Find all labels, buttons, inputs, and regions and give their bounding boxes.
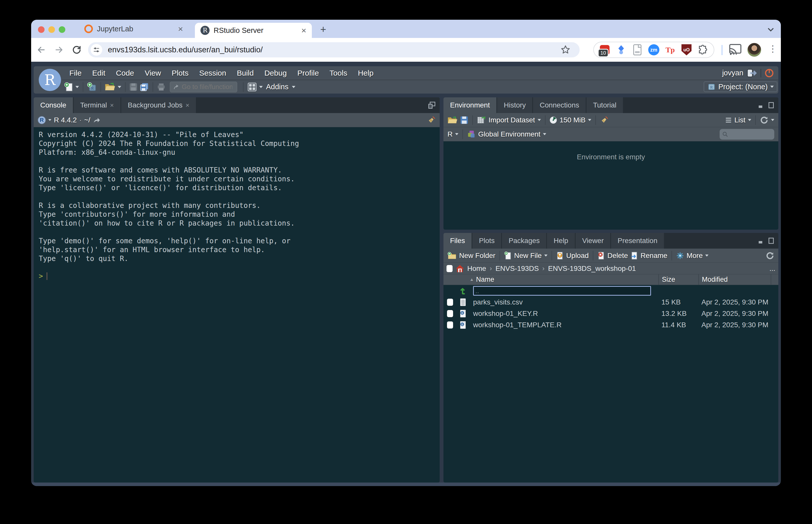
minimize-pane-icon[interactable]	[758, 102, 765, 109]
menu-view[interactable]: View	[140, 69, 166, 77]
tab-terminal[interactable]: Terminal ×	[74, 97, 121, 113]
list-view-icon[interactable]	[725, 117, 732, 123]
tab-plots[interactable]: Plots	[472, 233, 501, 249]
working-directory-label[interactable]: ~/	[84, 116, 90, 124]
refresh-caret[interactable]	[771, 119, 774, 121]
file-row-parks-visits[interactable]: parks_visits.csv 15 KB Apr 2, 2025, 9:30…	[444, 296, 778, 308]
column-name[interactable]: ▲ Name	[469, 274, 658, 285]
open-file-icon[interactable]	[105, 82, 115, 92]
close-icon[interactable]: ×	[110, 101, 114, 109]
more-button[interactable]: More	[676, 252, 709, 260]
tab-presentation[interactable]: Presentation	[611, 233, 664, 249]
menu-file[interactable]: File	[64, 69, 87, 77]
close-icon[interactable]: ×	[301, 26, 306, 35]
tab-console[interactable]: Console	[34, 97, 73, 113]
drive-extension-icon[interactable]	[615, 44, 627, 56]
menu-edit[interactable]: Edit	[87, 69, 111, 77]
address-bar[interactable]: envs193ds.lsit.ucsb.edu/user/an_bui/rstu…	[88, 42, 580, 58]
tab-search-chevron-icon[interactable]	[766, 25, 775, 34]
new-tab-button[interactable]: +	[318, 24, 329, 35]
back-button[interactable]	[36, 44, 47, 55]
sign-out-icon[interactable]	[747, 69, 757, 77]
profile-avatar[interactable]	[747, 43, 761, 56]
new-file-icon[interactable]	[64, 82, 73, 92]
extensions-puzzle-icon[interactable]	[697, 44, 709, 56]
project-selector[interactable]: R Project: (None)	[704, 81, 777, 92]
memory-usage-label[interactable]: 150 MiB	[560, 116, 586, 124]
restore-pane-icon[interactable]	[428, 101, 435, 109]
file-checkbox[interactable]	[447, 322, 453, 328]
minimize-window-button[interactable]	[48, 26, 55, 33]
goto-file-function-box[interactable]	[170, 82, 237, 92]
tab-connections[interactable]: Connections	[533, 97, 586, 113]
calendar-extension-icon[interactable]: 10	[599, 44, 610, 56]
new-folder-button[interactable]: New Folder	[447, 252, 495, 260]
breadcrumb-envs193ds[interactable]: ENVS-193DS	[495, 264, 539, 273]
close-icon[interactable]: ×	[178, 24, 183, 33]
environment-search-box[interactable]	[720, 129, 774, 140]
console-prompt-row[interactable]: >	[39, 272, 435, 280]
console-output[interactable]: R version 4.4.2 (2024-10-31) -- "Pile of…	[34, 127, 440, 283]
language-caret[interactable]	[455, 133, 458, 135]
open-file-dropdown-caret[interactable]	[118, 86, 121, 88]
addins-caret[interactable]	[292, 86, 296, 88]
new-file-button[interactable]: New File	[504, 251, 547, 260]
bookmark-star-icon[interactable]	[560, 45, 571, 55]
maximize-pane-icon[interactable]	[768, 238, 774, 244]
tab-packages[interactable]: Packages	[502, 233, 546, 249]
list-view-label[interactable]: List	[734, 116, 745, 124]
file-name[interactable]: workshop-01_TEMPLATE.R	[469, 321, 658, 329]
menu-tools[interactable]: Tools	[324, 69, 353, 77]
memory-caret[interactable]	[588, 119, 591, 121]
select-all-checkbox[interactable]	[446, 265, 452, 272]
load-workspace-icon[interactable]	[447, 116, 458, 125]
breadcrumb-home[interactable]: Home	[467, 264, 486, 273]
browser-tab-rstudio[interactable]: R RStudio Server ×	[195, 23, 312, 38]
tab-environment[interactable]: Environment	[444, 97, 496, 113]
save-all-icon[interactable]	[140, 82, 149, 92]
tab-background-jobs[interactable]: Background Jobs ×	[121, 97, 196, 113]
r-version-label[interactable]: R 4.4.2	[54, 116, 77, 124]
save-workspace-icon[interactable]	[460, 116, 468, 124]
file-checkbox[interactable]	[447, 310, 453, 317]
path-overflow-button[interactable]: ...	[769, 264, 775, 273]
import-dataset-caret[interactable]	[538, 119, 541, 121]
close-window-button[interactable]	[38, 26, 45, 33]
minimize-pane-icon[interactable]	[758, 238, 765, 244]
reload-button[interactable]	[71, 44, 82, 55]
tab-help[interactable]: Help	[547, 233, 575, 249]
tab-tutorial[interactable]: Tutorial	[587, 97, 623, 113]
tab-files[interactable]: Files	[444, 233, 472, 249]
file-name[interactable]: workshop-01_KEY.R	[469, 310, 658, 318]
breadcrumb-workshop[interactable]: ENVS-193DS_workshop-01	[548, 264, 636, 273]
ublock-extension-icon[interactable]: uO	[681, 44, 692, 56]
maximize-pane-icon[interactable]	[768, 102, 774, 109]
refresh-files-icon[interactable]	[766, 251, 774, 260]
rename-button[interactable]: Rename	[631, 251, 667, 260]
close-icon[interactable]: ×	[186, 101, 189, 109]
new-file-dropdown-caret[interactable]	[76, 86, 79, 88]
menu-code[interactable]: Code	[111, 69, 140, 77]
language-selector[interactable]: R	[447, 130, 452, 138]
pane-layout-caret[interactable]	[259, 86, 263, 88]
list-view-caret[interactable]	[748, 119, 751, 121]
file-row-workshop-key[interactable]: R workshop-01_KEY.R 13.2 KB Apr 2, 2025,…	[444, 308, 778, 319]
environment-search-input[interactable]	[730, 130, 770, 138]
file-row-parent-dir[interactable]: ..	[444, 285, 778, 296]
addins-button[interactable]: Addins	[266, 83, 289, 91]
open-in-new-icon[interactable]	[93, 117, 100, 124]
memory-usage-icon[interactable]	[550, 116, 557, 124]
menu-plots[interactable]: Plots	[166, 69, 194, 77]
zoom-window-button[interactable]	[59, 26, 65, 33]
zoom-extension-icon[interactable]: zm	[648, 44, 659, 56]
site-settings-icon[interactable]	[91, 44, 102, 56]
refresh-environment-icon[interactable]	[760, 116, 768, 125]
rename-input-box[interactable]: ..	[473, 286, 651, 296]
cast-icon[interactable]	[729, 44, 742, 55]
import-dataset-button[interactable]: Import Dataset	[489, 116, 535, 124]
scope-caret[interactable]	[543, 133, 546, 135]
new-project-icon[interactable]: R	[87, 82, 97, 92]
column-size[interactable]: Size	[658, 274, 698, 285]
tampermonkey-extension-icon[interactable]: Tp	[665, 44, 676, 56]
pane-layout-icon[interactable]	[247, 82, 257, 92]
